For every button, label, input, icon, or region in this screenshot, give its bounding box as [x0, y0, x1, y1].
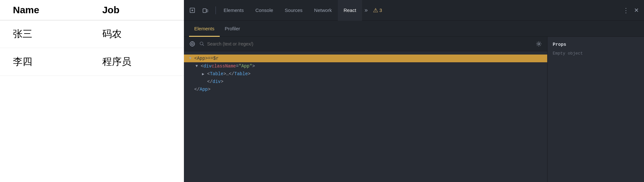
- svg-line-10: [203, 45, 204, 46]
- page-content: Name Job 张三码农李四程序员: [0, 0, 184, 182]
- devtools-panel: Elements Console Sources Network React »…: [184, 0, 644, 182]
- toolbar-icons: [186, 5, 211, 16]
- page-table: Name Job 张三码农李四程序员: [0, 0, 184, 76]
- tab-console[interactable]: Console: [250, 0, 279, 21]
- tree-row[interactable]: </div>: [184, 78, 547, 86]
- attr-name: className: [212, 64, 236, 69]
- target-scope-button[interactable]: [188, 39, 197, 48]
- search-settings-button[interactable]: [534, 39, 543, 48]
- warning-badge[interactable]: ⚠ 3: [370, 7, 385, 14]
- tree-toggle-icon[interactable]: ▼: [196, 64, 201, 68]
- svg-point-4: [191, 43, 193, 45]
- more-tabs-button[interactable]: »: [362, 0, 370, 21]
- tree-row[interactable]: ▼<div className="App">: [184, 62, 547, 70]
- toolbar-divider: [216, 6, 216, 14]
- props-title: Props: [553, 42, 639, 47]
- search-icon: [199, 41, 205, 46]
- col-header-job: Job: [89, 0, 184, 20]
- device-toggle-button[interactable]: [199, 5, 211, 16]
- search-input[interactable]: [207, 41, 532, 46]
- tab-react[interactable]: React: [338, 0, 362, 21]
- svg-rect-2: [206, 10, 208, 12]
- cell-name: 张三: [0, 20, 89, 48]
- devtools-main: ▼<App> == $r▼<div className="App">▶<Tabl…: [184, 37, 644, 182]
- tab-network[interactable]: Network: [308, 0, 338, 21]
- warning-icon: ⚠: [373, 7, 378, 14]
- table-row: 张三码农: [0, 20, 184, 48]
- tree-row[interactable]: </App>: [184, 86, 547, 93]
- cell-job: 程序员: [89, 48, 184, 76]
- svg-point-3: [190, 42, 195, 46]
- tab-sources[interactable]: Sources: [279, 0, 308, 21]
- devtools-tabs: Elements Console Sources Network React »…: [218, 0, 621, 21]
- tab-elements[interactable]: Elements: [218, 0, 250, 21]
- svg-point-11: [538, 43, 540, 45]
- tree-toggle-icon[interactable]: ▶: [202, 72, 207, 76]
- toolbar-menu-button[interactable]: ⋮: [621, 5, 631, 15]
- attr-value: "App": [239, 64, 252, 69]
- react-subtabs: Elements Profiler: [184, 21, 644, 37]
- table-row: 李四程序员: [0, 48, 184, 76]
- tree-panel: ▼<App> == $r▼<div className="App">▶<Tabl…: [184, 37, 547, 182]
- props-empty-label: Empty object: [553, 51, 639, 56]
- cell-job: 码农: [89, 20, 184, 48]
- tree-toggle-icon[interactable]: ▼: [189, 56, 194, 61]
- toolbar-close-button[interactable]: ✕: [631, 5, 641, 15]
- tree-row[interactable]: ▼<App> == $r: [184, 55, 547, 62]
- col-header-name: Name: [0, 0, 89, 20]
- props-panel: Props Empty object: [547, 37, 644, 182]
- tree-row[interactable]: ▶<Table>…</Table>: [184, 70, 547, 78]
- component-tree: ▼<App> == $r▼<div className="App">▶<Tabl…: [184, 51, 547, 182]
- subtab-profiler[interactable]: Profiler: [220, 21, 246, 37]
- search-bar: [184, 37, 547, 51]
- inspect-element-button[interactable]: [186, 5, 198, 16]
- devtools-toolbar: Elements Console Sources Network React »…: [184, 0, 644, 21]
- svg-rect-1: [203, 9, 206, 13]
- subtab-elements[interactable]: Elements: [189, 21, 220, 37]
- cell-name: 李四: [0, 48, 89, 76]
